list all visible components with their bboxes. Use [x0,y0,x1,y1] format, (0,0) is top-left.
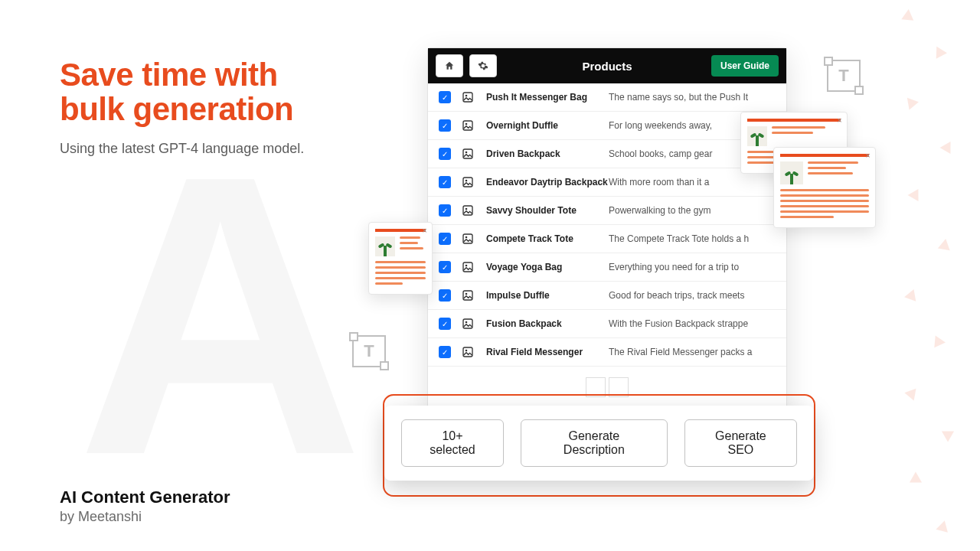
svg-point-3 [466,123,468,126]
preview-card-large: × [773,147,876,228]
panel-title: Products [503,60,711,73]
product-name: Rival Field Messenger [486,347,609,357]
background-letter: A [77,176,364,455]
row-checkbox[interactable]: ✓ [439,346,451,358]
textframe-handle-icon: T [827,60,861,92]
image-icon [462,204,474,217]
bulk-action-bar: 10+ selected Generate Description Genera… [384,406,814,481]
image-icon [462,91,474,103]
product-rows: ✓Push It Messenger BagThe name says so, … [428,83,786,367]
product-desc: Good for beach trips, track meets [609,290,776,301]
svg-rect-6 [463,178,472,187]
panel-toolbar: Products User Guide [428,48,786,83]
generate-description-button[interactable]: Generate Description [521,419,668,467]
product-name: Driven Backpack [486,148,609,159]
table-row[interactable]: ✓Savvy Shoulder TotePowerwalking to the … [428,197,786,225]
svg-point-15 [466,293,468,295]
svg-rect-0 [463,93,472,102]
product-name: Savvy Shoulder Tote [486,205,609,216]
table-row[interactable]: ✓Driven BackpackSchool books, camp gear [428,140,786,168]
table-row[interactable]: ✓Endeavor Daytrip BackpackWith more room… [428,168,786,197]
svg-rect-16 [463,319,472,328]
row-checkbox[interactable]: ✓ [439,176,451,188]
image-icon [462,119,474,132]
product-name: Compete Track Tote [486,233,609,244]
image-icon [462,289,474,302]
table-row[interactable]: ✓Voyage Yoga BagEverything you need for … [428,253,786,282]
product-name: Endeavor Daytrip Backpack [486,177,609,187]
row-checkbox[interactable]: ✓ [439,318,451,330]
bulk-action-highlight: 10+ selected Generate Description Genera… [383,394,815,497]
svg-rect-12 [463,262,472,272]
svg-rect-14 [463,291,472,300]
table-row[interactable]: ✓Push It Messenger BagThe name says so, … [428,83,786,112]
table-row[interactable]: ✓Rival Field MessengerThe Rival Field Me… [428,338,786,367]
row-checkbox[interactable]: ✓ [439,233,451,245]
row-checkbox[interactable]: ✓ [439,261,451,273]
svg-point-17 [466,321,468,324]
background-pattern [888,0,980,551]
close-icon[interactable]: × [866,151,871,160]
brand-byline: by Meetanshi [60,509,230,525]
textframe-handle-icon: T [352,335,386,367]
svg-point-13 [466,265,468,267]
products-panel: Products User Guide ✓Push It Messenger B… [427,47,787,412]
table-row[interactable]: ✓Overnight DuffleFor long weekends away, [428,112,786,140]
settings-button[interactable] [469,54,497,77]
product-name: Push It Messenger Bag [486,92,609,103]
product-name: Overnight Duffle [486,120,609,131]
image-icon [462,261,474,273]
table-row[interactable]: ✓Compete Track ToteThe Compete Track Tot… [428,225,786,253]
svg-rect-2 [463,121,472,130]
preview-card-small: × [368,222,433,295]
home-icon [444,60,455,71]
row-checkbox[interactable]: ✓ [439,91,451,103]
home-button[interactable] [436,54,463,77]
hero-title-line1: Save time with [60,57,278,93]
product-name: Impulse Duffle [486,290,609,301]
image-icon [462,318,474,330]
svg-point-1 [466,95,468,97]
product-desc: Powerwalking to the gym [609,205,776,216]
image-icon [462,148,474,160]
product-name: Fusion Backpack [486,318,609,329]
selected-count-button[interactable]: 10+ selected [401,419,504,467]
svg-point-19 [466,350,468,352]
hero-subtitle: Using the latest GPT-4 language model. [60,141,304,157]
svg-point-7 [466,180,468,182]
close-icon[interactable]: × [838,116,842,125]
svg-rect-8 [463,206,472,215]
hero: Save time with bulk generation Using the… [60,57,304,157]
table-row[interactable]: ✓Impulse DuffleGood for beach trips, tra… [428,282,786,310]
product-desc: The Compete Track Tote holds a h [609,233,776,244]
product-desc: Everything you need for a trip to [609,262,776,272]
row-checkbox[interactable]: ✓ [439,148,451,160]
image-icon [462,233,474,245]
image-icon [462,346,474,358]
hero-title: Save time with bulk generation [60,57,304,127]
svg-rect-10 [463,234,472,243]
gear-icon [478,60,488,71]
svg-rect-18 [463,347,472,357]
row-checkbox[interactable]: ✓ [439,289,451,302]
product-name: Voyage Yoga Bag [486,262,609,272]
brand-block: AI Content Generator by Meetanshi [60,487,230,525]
row-checkbox[interactable]: ✓ [439,119,451,132]
generate-seo-button[interactable]: Generate SEO [684,419,797,467]
svg-point-11 [466,236,468,239]
product-desc: With more room than it a [609,177,776,187]
row-checkbox[interactable]: ✓ [439,204,451,217]
product-desc: The Rival Field Messenger packs a [609,347,776,357]
svg-point-9 [466,208,468,210]
product-desc: The name says so, but the Push It [609,92,776,103]
svg-rect-4 [463,149,472,158]
product-desc: With the Fusion Backpack strappe [609,318,776,329]
image-icon [462,176,474,188]
svg-point-5 [466,152,468,154]
close-icon[interactable]: × [423,226,427,235]
hero-title-line2: bulk generation [60,91,293,127]
user-guide-button[interactable]: User Guide [711,55,779,77]
brand-name: AI Content Generator [60,487,230,507]
table-row[interactable]: ✓Fusion BackpackWith the Fusion Backpack… [428,310,786,338]
